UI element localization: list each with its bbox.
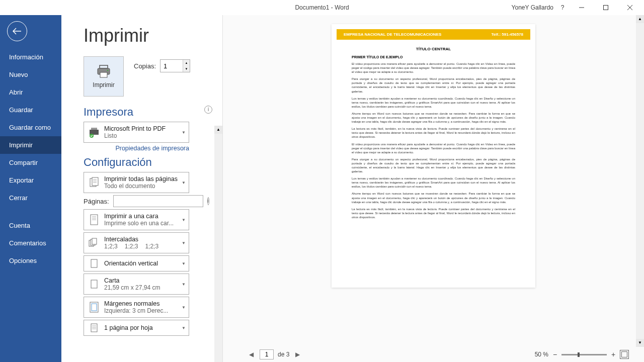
svg-rect-9 — [91, 128, 97, 130]
chevron-down-icon: ▼ — [182, 261, 186, 266]
nav-opciones[interactable]: Opciones — [0, 252, 61, 269]
chevron-down-icon: ▼ — [182, 241, 186, 245]
nav-compartir[interactable]: Compartir — [0, 154, 61, 171]
zoom-out-button[interactable]: − — [551, 350, 558, 358]
preview-company: EMPRESA NACIONAL DE TELECOMUNICACIONES — [344, 32, 441, 37]
svg-rect-12 — [92, 177, 98, 186]
minimize-button[interactable] — [572, 1, 592, 15]
page-heading: Imprimir — [84, 25, 217, 46]
page-count: de 3 — [278, 351, 289, 358]
page-preview: EMPRESA NACIONAL DE TELECOMUNICACIONES T… — [332, 24, 535, 288]
nav-guardar[interactable]: Guardar — [0, 101, 61, 119]
current-page-input[interactable] — [260, 349, 274, 359]
close-button[interactable] — [620, 1, 640, 15]
portrait-icon — [87, 256, 101, 270]
zoom-level: 50 % — [535, 351, 548, 358]
print-settings-panel: Imprimir Imprimir Copias: ▲ ▼ — [61, 15, 222, 362]
collate-dropdown[interactable]: Intercaladas 1;2;3 1;2;3 1;2;3 ▼ — [84, 232, 189, 253]
zoom-in-button[interactable]: + — [610, 350, 617, 358]
chevron-down-icon: ▼ — [182, 282, 186, 287]
copies-down[interactable]: ▼ — [183, 66, 190, 72]
scroll-up-icon[interactable]: ▲ — [214, 126, 222, 134]
pages-label: Páginas: — [84, 198, 109, 205]
single-side-icon — [87, 213, 101, 227]
collate-icon — [87, 236, 101, 250]
settings-scrollbar[interactable]: ▲ — [214, 126, 222, 362]
printer-dropdown[interactable]: Microsoft Print to PDF Listo ▼ — [84, 122, 189, 143]
margins-icon — [87, 300, 101, 314]
copies-label: Copias: — [134, 62, 156, 70]
chevron-down-icon: ▼ — [182, 130, 186, 135]
scroll-down-icon[interactable]: ▼ — [636, 339, 644, 347]
fit-to-window-button[interactable] — [620, 350, 629, 359]
maximize-button[interactable] — [596, 1, 616, 15]
printer-status: Listo — [104, 132, 166, 139]
preview-scrollbar[interactable]: ▲ ▼ — [636, 15, 644, 347]
back-button[interactable] — [7, 21, 27, 41]
svg-rect-4 — [100, 65, 108, 68]
zoom-slider[interactable] — [561, 354, 607, 355]
preview-title: TÍTULO CENTRAL — [332, 47, 535, 51]
nav-cerrar[interactable]: Cerrar — [0, 189, 61, 207]
orientation-dropdown[interactable]: Orientación vertical ▼ — [84, 255, 189, 272]
document-title: Documento1 - Word — [295, 4, 349, 11]
svg-rect-6 — [100, 72, 107, 77]
svg-rect-24 — [91, 280, 97, 288]
pages-per-sheet-dropdown[interactable]: 1 página por hoja ▼ — [84, 320, 189, 336]
user-name: YoneY Gallardo — [512, 4, 553, 11]
svg-rect-26 — [92, 304, 97, 311]
pages-icon — [87, 175, 101, 190]
pages-info-icon[interactable]: i — [207, 197, 209, 205]
chevron-down-icon: ▼ — [182, 180, 186, 185]
pages-input[interactable] — [113, 195, 203, 207]
chevron-down-icon: ▼ — [182, 305, 186, 310]
nav-informacion[interactable]: Información — [0, 48, 61, 66]
svg-rect-27 — [91, 324, 97, 332]
printer-status-icon — [87, 125, 101, 139]
prev-page-button[interactable]: ◀ — [247, 350, 256, 359]
paper-dropdown[interactable]: Carta 21,59 cm x 27,94 cm ▼ — [84, 274, 189, 295]
scope-dropdown[interactable]: Imprimir todas las páginas Todo el docum… — [84, 172, 189, 193]
svg-rect-22 — [92, 238, 97, 244]
nav-imprimir[interactable]: Imprimir — [0, 136, 61, 154]
config-section-title: Configuración — [84, 156, 217, 169]
one-page-icon — [87, 321, 101, 335]
next-page-button[interactable]: ▶ — [293, 350, 302, 359]
nav-guardar-como[interactable]: Guardar como — [0, 119, 61, 136]
chevron-down-icon: ▼ — [182, 218, 186, 222]
svg-point-10 — [90, 134, 94, 138]
paper-icon — [87, 277, 101, 291]
preview-subtitle: PRIMER TÍTULO DE EJEMPLO — [352, 55, 515, 59]
svg-rect-23 — [91, 259, 97, 267]
nav-comentarios[interactable]: Comentarios — [0, 234, 61, 252]
svg-rect-1 — [604, 6, 608, 10]
nav-nuevo[interactable]: Nuevo — [0, 66, 61, 83]
side-dropdown[interactable]: Imprimir a una cara Imprime solo en una … — [84, 209, 189, 230]
print-button-label: Imprimir — [93, 81, 114, 88]
backstage-sidebar: Información Nuevo Abrir Guardar Guardar … — [0, 15, 61, 362]
printer-properties-link[interactable]: Propiedades de impresora — [84, 145, 189, 152]
nav-cuenta[interactable]: Cuenta — [0, 217, 61, 234]
print-button[interactable]: Imprimir — [84, 56, 124, 97]
printer-icon — [96, 64, 112, 78]
print-preview-panel: EMPRESA NACIONAL DE TELECOMUNICACIONES T… — [222, 15, 644, 362]
scroll-up-icon[interactable]: ▲ — [636, 15, 644, 23]
preview-phone: Telf.: 591-456578 — [492, 32, 523, 37]
printer-info-icon[interactable]: i — [204, 106, 212, 114]
printer-section-title: Impresora — [84, 106, 217, 119]
titlebar: Documento1 - Word YoneY Gallardo ? — [0, 0, 644, 15]
printer-name: Microsoft Print to PDF — [104, 125, 166, 132]
nav-abrir[interactable]: Abrir — [0, 83, 61, 101]
copies-up[interactable]: ▲ — [183, 60, 190, 66]
margins-dropdown[interactable]: Márgenes normales Izquierda: 3 cm Derec.… — [84, 297, 189, 318]
preview-footer: ◀ de 3 ▶ 50 % − + — [223, 347, 644, 362]
nav-exportar[interactable]: Exportar — [0, 171, 61, 189]
svg-point-7 — [107, 70, 108, 71]
help-icon[interactable]: ? — [557, 4, 568, 11]
chevron-down-icon: ▼ — [182, 326, 186, 330]
